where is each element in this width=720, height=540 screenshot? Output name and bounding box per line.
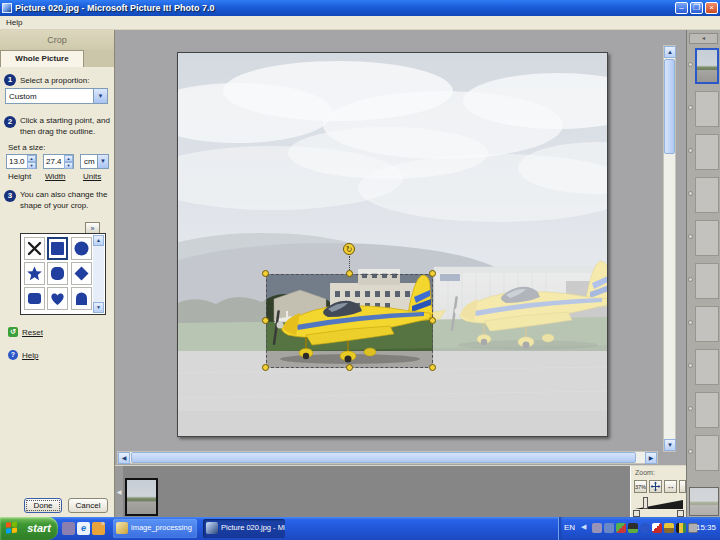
- palette-slot[interactable]: [695, 177, 719, 213]
- language-indicator[interactable]: EN: [564, 523, 575, 532]
- step-1-badge: 1: [4, 74, 16, 86]
- scroll-up-icon[interactable]: ▲: [93, 235, 104, 246]
- system-tray: EN ◀ 15:35: [558, 517, 720, 540]
- zoom-out-button[interactable]: [633, 510, 640, 517]
- done-button[interactable]: Done: [24, 498, 62, 513]
- proportion-select[interactable]: Custom ▼: [5, 88, 108, 104]
- tray-icon[interactable]: [652, 523, 662, 533]
- palette-scrollbar[interactable]: ▲ ▼: [93, 235, 104, 313]
- shape-diamond[interactable]: [71, 262, 92, 285]
- tray-collapse-icon[interactable]: ◀: [581, 523, 586, 531]
- task-button-picture-it[interactable]: Picture 020.jpg - Micr...: [203, 519, 285, 538]
- tab-whole-picture[interactable]: Whole Picture: [0, 50, 84, 67]
- shape-heart[interactable]: [47, 287, 68, 310]
- sprocket-icon: [688, 449, 693, 454]
- shape-arch[interactable]: [71, 287, 92, 310]
- fit-width-button[interactable]: ↔: [664, 480, 677, 493]
- palette-slot[interactable]: [695, 220, 719, 256]
- tray-icon[interactable]: [640, 523, 650, 533]
- spin-up-icon[interactable]: ▲: [64, 155, 73, 162]
- folder-icon: [116, 522, 128, 534]
- scroll-up-icon[interactable]: ▲: [664, 46, 676, 58]
- palette-slot[interactable]: [695, 263, 719, 299]
- vertical-scrollbar[interactable]: ▲ ▼: [663, 45, 676, 452]
- crop-selection[interactable]: [266, 274, 433, 368]
- palette-slot[interactable]: [695, 91, 719, 127]
- help-link[interactable]: Help: [22, 351, 38, 360]
- zoom-percent-button[interactable]: 37%: [634, 480, 647, 493]
- scroll-down-icon[interactable]: ▼: [664, 439, 676, 451]
- star-shape-icon: [27, 266, 42, 281]
- tray-icon[interactable]: [604, 523, 614, 533]
- tray-icon[interactable]: [676, 523, 686, 533]
- spin-down-icon[interactable]: ▼: [27, 162, 36, 169]
- shape-square[interactable]: [47, 237, 68, 260]
- restore-button[interactable]: ❐: [690, 2, 703, 14]
- palette-slot[interactable]: [695, 349, 719, 385]
- tray-thumbnail-selected[interactable]: [125, 478, 158, 516]
- width-input[interactable]: [45, 156, 64, 167]
- task-button-image-processing[interactable]: image_processing: [113, 519, 197, 538]
- quick-launch-overflow-icon[interactable]: »: [101, 520, 105, 527]
- palette-slot[interactable]: [695, 435, 719, 471]
- palette-thumbnail-selected[interactable]: [695, 48, 719, 84]
- menu-help[interactable]: Help: [0, 16, 28, 29]
- crop-handle-se[interactable]: [429, 364, 436, 371]
- width-spinner[interactable]: ▲▼: [43, 154, 74, 169]
- shape-circle[interactable]: [71, 237, 92, 260]
- fit-page-button[interactable]: [679, 480, 686, 493]
- shape-rounded-square[interactable]: [47, 262, 68, 285]
- cancel-button[interactable]: Cancel: [68, 498, 108, 513]
- zoom-slider-thumb[interactable]: [643, 497, 648, 509]
- step-3-line1: You can also change the: [20, 190, 107, 199]
- crop-handle-n[interactable]: [346, 270, 353, 277]
- chevron-down-icon[interactable]: ▼: [97, 155, 108, 168]
- palette-slot[interactable]: [695, 134, 719, 170]
- chevron-down-icon[interactable]: ▼: [93, 89, 107, 103]
- tray-icon[interactable]: [592, 523, 602, 533]
- scroll-right-icon[interactable]: ▶: [645, 452, 657, 464]
- palette-slot[interactable]: [695, 306, 719, 342]
- height-input[interactable]: [8, 156, 27, 167]
- crop-handle-sw[interactable]: [262, 364, 269, 371]
- rotate-handle[interactable]: ↻: [343, 243, 355, 255]
- scroll-down-icon[interactable]: ▼: [93, 302, 104, 313]
- scroll-left-icon[interactable]: ◀: [118, 452, 130, 464]
- set-size-label: Set a size:: [8, 143, 45, 152]
- spin-up-icon[interactable]: ▲: [27, 155, 36, 162]
- palette-slot[interactable]: [695, 392, 719, 428]
- vertical-scroll-thumb[interactable]: [664, 59, 675, 154]
- tray-scroll-left[interactable]: ◀: [115, 466, 123, 518]
- crop-handle-nw[interactable]: [262, 270, 269, 277]
- shape-none[interactable]: [24, 237, 45, 260]
- shape-rectangle[interactable]: [24, 287, 45, 310]
- crop-handle-ne[interactable]: [429, 270, 436, 277]
- height-spinner[interactable]: ▲▼: [6, 154, 37, 169]
- close-button[interactable]: ×: [705, 2, 718, 14]
- pan-button[interactable]: [649, 480, 662, 493]
- photo-page[interactable]: ↻: [177, 52, 608, 437]
- taskbar-clock[interactable]: 15:35: [696, 523, 716, 532]
- quick-launch-app-icon[interactable]: [62, 522, 75, 535]
- reset-link[interactable]: Reset: [22, 328, 43, 337]
- palette-collapse-button[interactable]: ◂: [689, 33, 718, 44]
- start-button[interactable]: start: [0, 517, 58, 540]
- shape-star[interactable]: [24, 262, 45, 285]
- tray-icon[interactable]: [628, 523, 638, 533]
- units-select[interactable]: cm ▼: [80, 154, 109, 169]
- sprocket-icon: [688, 277, 693, 282]
- horizontal-scroll-thumb[interactable]: [131, 452, 636, 463]
- spin-down-icon[interactable]: ▼: [64, 162, 73, 169]
- crop-handle-w[interactable]: [262, 317, 269, 324]
- tray-icon[interactable]: [616, 523, 626, 533]
- zoom-slider[interactable]: [635, 499, 683, 509]
- crop-handle-s[interactable]: [346, 364, 353, 371]
- horizontal-scrollbar[interactable]: ◀ ▶: [117, 451, 658, 464]
- step-2-line1: Click a starting point, and: [20, 116, 110, 125]
- minimize-button[interactable]: –: [675, 2, 688, 14]
- crop-handle-e[interactable]: [429, 317, 436, 324]
- tray-icon[interactable]: [664, 523, 674, 533]
- zoom-in-button[interactable]: [677, 510, 684, 517]
- internet-explorer-icon[interactable]: e: [77, 522, 90, 535]
- palette-preview-thumbnail[interactable]: [689, 487, 719, 516]
